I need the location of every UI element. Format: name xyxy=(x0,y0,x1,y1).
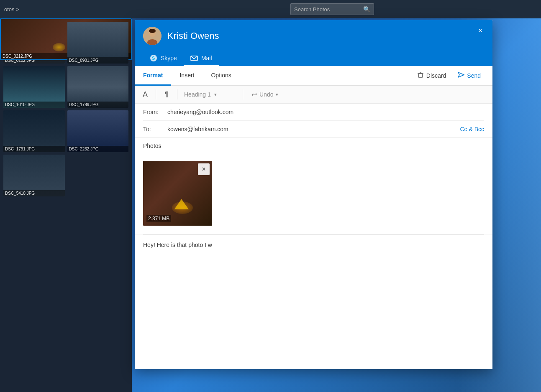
photos-app-name: otos xyxy=(4,6,15,13)
paragraph-button[interactable]: ¶ xyxy=(159,87,174,102)
mail-icon xyxy=(190,54,198,62)
format-divider-1 xyxy=(156,89,156,99)
photo-filename: DSC_5410.JPG xyxy=(3,190,65,196)
search-placeholder: Search Photos xyxy=(294,6,363,13)
discard-label: Discard xyxy=(426,72,446,79)
email-fields: From: cherieyang@outlook.com To: kowens@… xyxy=(135,104,492,138)
subject-input[interactable] xyxy=(143,143,484,149)
photo-grid: ✓ DSC_0202.JPG DSC_0212.JPG DSC_0901.JPG… xyxy=(0,18,132,200)
mail-compose-overlay: × Kristi Owens xyxy=(135,20,492,369)
mail-body: Format Insert Options Discard xyxy=(135,66,492,369)
toolbar-actions: Discard Send xyxy=(412,68,492,83)
tab-options[interactable]: Options xyxy=(203,66,239,86)
email-body-content: Hey! Here is that photo I w xyxy=(143,242,212,248)
from-field-row: From: cherieyang@outlook.com xyxy=(143,104,484,121)
font-size-button[interactable]: A xyxy=(138,87,152,102)
contact-tabs: S Skype Mail xyxy=(143,51,484,66)
heading-value: Heading 1 xyxy=(184,91,211,98)
search-box[interactable]: Search Photos 🔍 xyxy=(290,3,374,15)
photo-filename: DSC_1010.JPG xyxy=(3,102,65,108)
format-bar: A ¶ Heading 1 ▾ ↩ Undo ▾ xyxy=(135,86,492,104)
search-icon[interactable]: 🔍 xyxy=(363,6,370,13)
list-item[interactable]: DSC_1010.JPG xyxy=(3,66,65,108)
from-value: cherieyang@outlook.com xyxy=(167,109,484,115)
send-icon xyxy=(458,71,464,80)
undo-button[interactable]: ↩ Undo ▾ xyxy=(246,89,283,100)
to-field-row: To: kowens@fabrikam.com Cc & Bcc xyxy=(143,121,484,137)
svg-point-3 xyxy=(149,29,156,33)
to-label: To: xyxy=(143,126,164,132)
photo-filename: DSC_2232.JPG xyxy=(67,146,129,152)
close-button[interactable]: × xyxy=(474,24,487,37)
attachment-card: × 2.371 MB xyxy=(143,161,212,226)
font-size-icon: A xyxy=(143,90,148,99)
top-bar-continuation: Search Photos 🔍 xyxy=(132,0,541,18)
list-item[interactable]: DSC_1789.JPG xyxy=(67,66,129,108)
to-value: kowens@fabrikam.com xyxy=(167,126,460,132)
undo-dropdown-arrow: ▾ xyxy=(276,92,278,97)
tab-insert[interactable]: Insert xyxy=(171,66,203,86)
list-item[interactable]: DSC_5410.JPG xyxy=(3,155,65,196)
svg-marker-10 xyxy=(458,72,464,77)
undo-icon: ↩ xyxy=(251,91,257,99)
avatar xyxy=(143,27,162,45)
attachment-size-label: 2.371 MB xyxy=(146,215,171,222)
tab-format[interactable]: Format xyxy=(135,66,171,86)
tab-skype[interactable]: S Skype xyxy=(143,51,184,66)
format-divider-2 xyxy=(177,89,177,99)
subject-row xyxy=(135,138,492,154)
format-divider-3 xyxy=(243,89,243,99)
send-label: Send xyxy=(467,72,481,79)
svg-text:S: S xyxy=(152,56,155,61)
attachment-area: × 2.371 MB xyxy=(135,154,492,234)
paragraph-icon: ¶ xyxy=(165,91,169,98)
list-item[interactable]: DSC_2232.JPG xyxy=(67,110,129,152)
heading-dropdown-arrow: ▾ xyxy=(214,92,217,97)
cc-bcc-button[interactable]: Cc & Bcc xyxy=(460,126,484,132)
photo-filename: DSC_0901.JPG xyxy=(67,57,129,64)
photos-app-panel: otos > ▾ ↺ ✓ DSC_0202.JPG DSC_0212.JPG D… xyxy=(0,0,132,392)
photos-title: otos > xyxy=(4,6,19,13)
undo-label: Undo xyxy=(259,91,273,98)
discard-button[interactable]: Discard xyxy=(412,68,451,83)
attachment-remove-button[interactable]: × xyxy=(198,163,210,175)
list-item[interactable]: DSC_1791.JPG xyxy=(3,110,65,152)
tab-mail[interactable]: Mail xyxy=(184,51,219,66)
svg-rect-7 xyxy=(418,74,423,77)
list-item[interactable]: DSC_0901.JPG xyxy=(67,22,129,64)
email-body-text[interactable]: Hey! Here is that photo I w xyxy=(135,235,492,369)
avatar-image xyxy=(143,27,162,45)
photo-filename: DSC_1789.JPG xyxy=(67,102,129,108)
contact-row: Kristi Owens xyxy=(143,27,484,45)
mail-header: × Kristi Owens xyxy=(135,20,492,66)
send-button[interactable]: Send xyxy=(453,68,486,83)
contact-name: Kristi Owens xyxy=(167,31,219,41)
heading-select-button[interactable]: Heading 1 ▾ xyxy=(181,89,239,99)
trash-icon xyxy=(417,71,424,80)
photo-filename: DSC_1791.JPG xyxy=(3,146,65,152)
skype-tab-label: Skype xyxy=(161,55,177,61)
from-label: From: xyxy=(143,109,164,115)
compose-toolbar: Format Insert Options Discard xyxy=(135,66,492,86)
tent-glow xyxy=(53,43,65,51)
breadcrumb-arrow: > xyxy=(16,6,20,13)
skype-icon: S xyxy=(150,54,157,62)
mail-tab-label: Mail xyxy=(201,55,212,61)
